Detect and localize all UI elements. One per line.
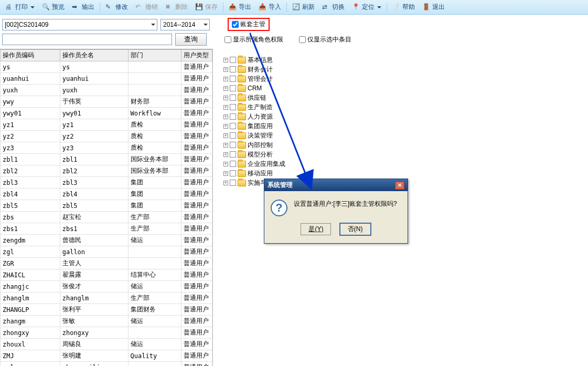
save-button[interactable]: 💾保存 [192, 2, 221, 13]
table-row[interactable]: zbs赵宝松生产部普通用户 [1, 212, 212, 223]
refresh-button[interactable]: 🔄刷新 [289, 2, 318, 13]
tree-checkbox[interactable] [230, 85, 236, 91]
expand-icon[interactable]: + [223, 96, 228, 100]
tree-checkbox[interactable] [230, 142, 236, 148]
permission-tree[interactable]: +基本信息+财务会计+管理会计+CRM+供应链+生产制造+人力资源+集团应用+决… [218, 55, 583, 187]
tree-node[interactable]: +基本信息 [218, 55, 583, 65]
dialog-titlebar[interactable]: 系统管理 ✕ [264, 179, 408, 191]
tree-node[interactable]: +CRM [218, 83, 583, 93]
expand-icon[interactable]: + [223, 181, 228, 185]
switch-button[interactable]: ⇄切换 [319, 2, 348, 13]
tree-checkbox[interactable] [230, 57, 236, 63]
expand-icon[interactable]: + [223, 105, 228, 110]
delete-button[interactable]: ✖删除 [162, 2, 191, 13]
tree-node[interactable]: +人力资源 [218, 112, 583, 121]
expand-icon[interactable]: + [223, 152, 228, 157]
expand-icon[interactable]: + [223, 124, 228, 129]
year-combo[interactable]: 2014--2014 [161, 19, 210, 30]
locate-button[interactable]: 📍定位 [349, 2, 384, 13]
undo-button[interactable]: ↶撤销 [132, 2, 161, 13]
table-row[interactable]: zbl5zbl5集团普通用户 [1, 200, 212, 212]
tree-node[interactable]: +内部控制 [218, 140, 583, 150]
dialog-close-button[interactable]: ✕ [395, 181, 404, 190]
tree-node[interactable]: +集团应用 [218, 121, 583, 131]
export-button[interactable]: 📤导出 [226, 2, 254, 13]
show-role-checkbox-wrap[interactable]: 显示所属角色权限 [224, 35, 283, 44]
tree-node[interactable]: +供应链 [218, 93, 583, 102]
table-row[interactable]: ZHANGLP张利平集团财务普通用户 [1, 304, 212, 316]
col-dept[interactable]: 部门 [128, 50, 181, 61]
tree-checkbox[interactable] [230, 76, 236, 82]
table-row[interactable]: ywy01ywy01Workflow普通用户 [1, 108, 212, 119]
tree-checkbox[interactable] [230, 132, 236, 139]
table-row[interactable]: zhangjc张俊才储运普通用户 [1, 281, 212, 292]
expand-icon[interactable]: + [223, 171, 228, 176]
tree-checkbox[interactable] [230, 104, 236, 110]
exit-button[interactable]: 🚪退出 [419, 2, 448, 13]
tree-checkbox[interactable] [230, 161, 236, 167]
query-button[interactable]: 查询 [175, 33, 207, 46]
table-row[interactable]: yz1yz1质检普通用户 [1, 119, 212, 131]
tree-checkbox[interactable] [230, 66, 236, 72]
expand-icon[interactable]: + [223, 114, 228, 119]
tree-checkbox[interactable] [230, 95, 236, 101]
tree-node[interactable]: +移动应用 [218, 169, 583, 178]
tree-node[interactable]: +财务会计 [218, 65, 583, 74]
dialog-no-button[interactable]: 否(N) [339, 223, 371, 236]
expand-icon[interactable]: + [223, 86, 228, 91]
modify-button[interactable]: ✎修改 [102, 2, 131, 13]
table-row[interactable]: zhanglmzhanglm生产部普通用户 [1, 292, 212, 304]
table-row[interactable]: zbl2zbl2国际业务本部普通用户 [1, 165, 212, 177]
table-row[interactable]: ZGR主管人普通用户 [1, 258, 212, 269]
table-row[interactable]: zhouxl周锡良储运普通用户 [1, 339, 212, 350]
tree-node[interactable]: +生产制造 [218, 102, 583, 112]
expand-icon[interactable]: + [223, 133, 228, 138]
table-row[interactable]: ysys普通用户 [1, 61, 212, 73]
tree-checkbox[interactable] [230, 151, 236, 158]
db-combo[interactable]: [002]CS201409 [2, 19, 157, 30]
expand-icon[interactable]: + [223, 58, 228, 62]
table-row[interactable]: zengdm曾德民储运普通用户 [1, 235, 212, 246]
table-row[interactable]: zglgallon普通用户 [1, 246, 212, 258]
table-row[interactable]: ZMJ张明建Quality普通用户 [1, 350, 212, 362]
only-selected-checkbox[interactable] [299, 36, 306, 43]
users-grid[interactable]: 操作员编码 操作员全名 部门 用户类型 ysys普通用户yuanhuiyuanh… [0, 49, 212, 366]
table-row[interactable]: zmlzhangmaili普通用户 [1, 362, 212, 367]
print-button[interactable]: 🖨打印 [2, 2, 38, 13]
tree-checkbox[interactable] [230, 113, 236, 120]
expand-icon[interactable]: + [223, 77, 228, 81]
dialog-yes-button[interactable]: 是(Y) [301, 223, 331, 235]
col-code[interactable]: 操作员编码 [1, 50, 60, 61]
expand-icon[interactable]: + [223, 67, 228, 72]
import-button[interactable]: 📥导入 [255, 2, 284, 13]
help-button[interactable]: ❔帮助 [389, 2, 418, 13]
output-button[interactable]: ➡输出 [69, 2, 98, 13]
table-row[interactable]: ZHAICL翟晨露结算中心普通用户 [1, 269, 212, 281]
table-row[interactable]: zbl3zbl3集团普通用户 [1, 177, 212, 189]
tree-node[interactable]: +模型分析 [218, 150, 583, 159]
table-row[interactable]: yuxhyuxh普通用户 [1, 85, 212, 96]
show-role-checkbox[interactable] [224, 36, 231, 43]
tree-node[interactable]: +企业应用集成 [218, 159, 583, 169]
tree-node[interactable]: +管理会计 [218, 74, 583, 83]
table-row[interactable]: ywy于伟英财务部普通用户 [1, 96, 212, 108]
table-row[interactable]: zbs1zbs1生产部普通用户 [1, 223, 212, 235]
expand-icon[interactable]: + [223, 143, 228, 148]
preview-button[interactable]: 🔍预览 [39, 2, 68, 13]
search-input[interactable] [2, 34, 172, 45]
table-row[interactable]: zhangm张敏储运普通用户 [1, 316, 212, 327]
expand-icon[interactable]: + [223, 162, 228, 166]
admin-checkbox[interactable] [232, 21, 239, 28]
table-row[interactable]: yuanhuiyuanhui普通用户 [1, 73, 212, 85]
tree-node[interactable]: +决策管理 [218, 131, 583, 140]
tree-checkbox[interactable] [230, 123, 236, 129]
col-type[interactable]: 用户类型 [181, 50, 212, 61]
table-row[interactable]: yz2yz2质检普通用户 [1, 131, 212, 142]
tree-checkbox[interactable] [230, 170, 236, 176]
col-name[interactable]: 操作员全名 [60, 50, 128, 61]
table-row[interactable]: zbl1zbl1国际业务本部普通用户 [1, 154, 212, 165]
only-selected-checkbox-wrap[interactable]: 仅显示选中条目 [299, 35, 351, 44]
table-row[interactable]: zbl4zbl4集团普通用户 [1, 189, 212, 200]
table-row[interactable]: zhongxyzhongxy普通用户 [1, 327, 212, 339]
tree-checkbox[interactable] [230, 180, 236, 186]
